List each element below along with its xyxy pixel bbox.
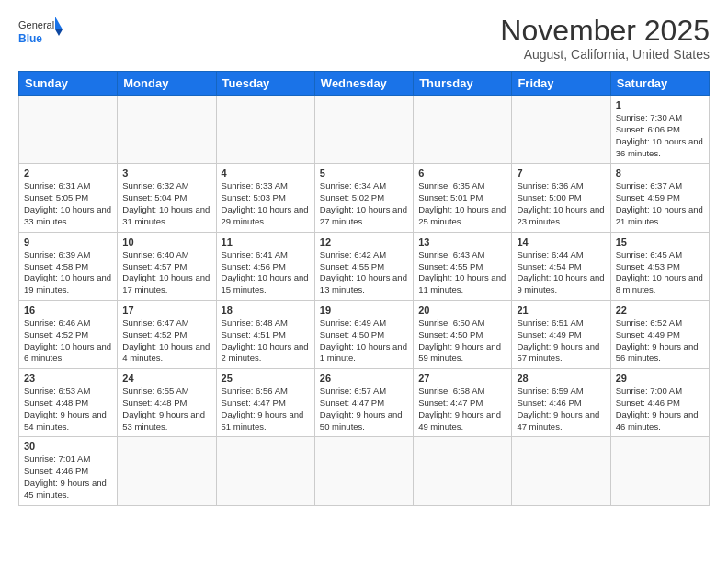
day-21: 21 Sunrise: 6:51 AMSunset: 4:49 PMDaylig… — [512, 300, 610, 368]
empty-cell — [216, 96, 314, 164]
day-1: 1 Sunrise: 7:30 AM Sunset: 6:06 PM Dayli… — [610, 96, 709, 164]
month-title: November 2025 — [500, 15, 710, 47]
svg-marker-3 — [55, 29, 63, 36]
empty-cell — [610, 437, 709, 505]
empty-cell — [216, 437, 314, 505]
day-14: 14 Sunrise: 6:44 AMSunset: 4:54 PMDaylig… — [512, 232, 610, 300]
day-10: 10 Sunrise: 6:40 AMSunset: 4:57 PMDaylig… — [118, 232, 216, 300]
header-monday: Monday — [118, 72, 216, 96]
calendar-table: Sunday Monday Tuesday Wednesday Thursday… — [18, 71, 710, 506]
empty-cell — [19, 96, 118, 164]
day-6: 6 Sunrise: 6:35 AMSunset: 5:01 PMDayligh… — [414, 164, 512, 232]
header-friday: Friday — [512, 72, 610, 96]
svg-text:General: General — [18, 19, 54, 30]
header-saturday: Saturday — [610, 72, 709, 96]
calendar-row-1: 1 Sunrise: 7:30 AM Sunset: 6:06 PM Dayli… — [19, 96, 710, 164]
logo: General Blue — [18, 15, 64, 52]
day-8: 8 Sunrise: 6:37 AMSunset: 4:59 PMDayligh… — [610, 164, 709, 232]
day-18: 18 Sunrise: 6:48 AMSunset: 4:51 PMDaylig… — [216, 300, 314, 368]
svg-marker-2 — [55, 17, 63, 29]
day-23: 23 Sunrise: 6:53 AMSunset: 4:48 PMDaylig… — [19, 369, 118, 437]
day-9: 9 Sunrise: 6:39 AMSunset: 4:58 PMDayligh… — [19, 232, 118, 300]
day-15: 15 Sunrise: 6:45 AMSunset: 4:53 PMDaylig… — [610, 232, 709, 300]
header: General Blue November 2025 August, Calif… — [18, 15, 710, 62]
day-1-info: Sunrise: 7:30 AM Sunset: 6:06 PM Dayligh… — [616, 112, 704, 159]
header-tuesday: Tuesday — [216, 72, 314, 96]
empty-cell — [414, 437, 512, 505]
day-26: 26 Sunrise: 6:57 AMSunset: 4:47 PMDaylig… — [314, 369, 413, 437]
calendar-row-3: 9 Sunrise: 6:39 AMSunset: 4:58 PMDayligh… — [19, 232, 710, 300]
day-25: 25 Sunrise: 6:56 AMSunset: 4:47 PMDaylig… — [216, 369, 314, 437]
title-area: November 2025 August, California, United… — [500, 15, 710, 62]
page: General Blue November 2025 August, Calif… — [0, 0, 728, 515]
empty-cell — [118, 437, 216, 505]
day-20: 20 Sunrise: 6:50 AMSunset: 4:50 PMDaylig… — [414, 300, 512, 368]
header-thursday: Thursday — [414, 72, 512, 96]
day-24: 24 Sunrise: 6:55 AMSunset: 4:48 PMDaylig… — [118, 369, 216, 437]
generalblue-logo-icon: General Blue — [18, 15, 64, 52]
day-28: 28 Sunrise: 6:59 AMSunset: 4:46 PMDaylig… — [512, 369, 610, 437]
day-22: 22 Sunrise: 6:52 AMSunset: 4:49 PMDaylig… — [610, 300, 709, 368]
calendar-row-2: 2 Sunrise: 6:31 AMSunset: 5:05 PMDayligh… — [19, 164, 710, 232]
day-4: 4 Sunrise: 6:33 AMSunset: 5:03 PMDayligh… — [216, 164, 314, 232]
day-30: 30 Sunrise: 7:01 AMSunset: 4:46 PMDaylig… — [19, 437, 118, 505]
empty-cell — [314, 437, 413, 505]
empty-cell — [512, 96, 610, 164]
location-subtitle: August, California, United States — [500, 47, 710, 62]
day-2: 2 Sunrise: 6:31 AMSunset: 5:05 PMDayligh… — [19, 164, 118, 232]
day-7: 7 Sunrise: 6:36 AMSunset: 5:00 PMDayligh… — [512, 164, 610, 232]
header-wednesday: Wednesday — [314, 72, 413, 96]
day-12: 12 Sunrise: 6:42 AMSunset: 4:55 PMDaylig… — [314, 232, 413, 300]
calendar-row-5: 23 Sunrise: 6:53 AMSunset: 4:48 PMDaylig… — [19, 369, 710, 437]
empty-cell — [512, 437, 610, 505]
day-27: 27 Sunrise: 6:58 AMSunset: 4:47 PMDaylig… — [414, 369, 512, 437]
empty-cell — [414, 96, 512, 164]
day-29: 29 Sunrise: 7:00 AMSunset: 4:46 PMDaylig… — [610, 369, 709, 437]
day-13: 13 Sunrise: 6:43 AMSunset: 4:55 PMDaylig… — [414, 232, 512, 300]
empty-cell — [314, 96, 413, 164]
day-19: 19 Sunrise: 6:49 AMSunset: 4:50 PMDaylig… — [314, 300, 413, 368]
day-11: 11 Sunrise: 6:41 AMSunset: 4:56 PMDaylig… — [216, 232, 314, 300]
svg-text:Blue: Blue — [18, 32, 42, 45]
weekday-header-row: Sunday Monday Tuesday Wednesday Thursday… — [19, 72, 710, 96]
day-3: 3 Sunrise: 6:32 AMSunset: 5:04 PMDayligh… — [118, 164, 216, 232]
calendar-row-4: 16 Sunrise: 6:46 AMSunset: 4:52 PMDaylig… — [19, 300, 710, 368]
day-17: 17 Sunrise: 6:47 AMSunset: 4:52 PMDaylig… — [118, 300, 216, 368]
day-5: 5 Sunrise: 6:34 AMSunset: 5:02 PMDayligh… — [314, 164, 413, 232]
day-16: 16 Sunrise: 6:46 AMSunset: 4:52 PMDaylig… — [19, 300, 118, 368]
header-sunday: Sunday — [19, 72, 118, 96]
empty-cell — [118, 96, 216, 164]
calendar-row-6: 30 Sunrise: 7:01 AMSunset: 4:46 PMDaylig… — [19, 437, 710, 505]
